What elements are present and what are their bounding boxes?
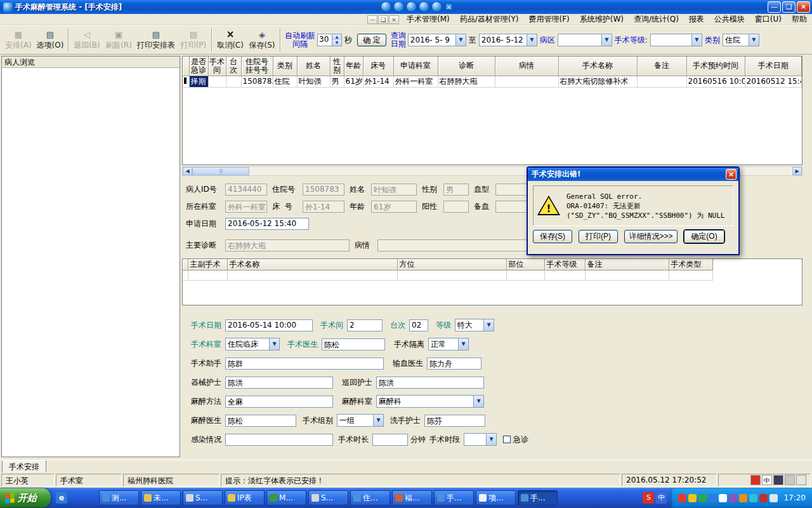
tray-icon[interactable] (719, 494, 727, 502)
anesthesia-doctor-field[interactable]: 陈松 (225, 415, 296, 427)
quick-launch-icon[interactable] (82, 492, 94, 504)
grid-column-header[interactable]: 手术名称 (558, 57, 637, 76)
tray-icon[interactable] (739, 494, 747, 502)
subgrid-column-header[interactable]: 手术等级 (544, 259, 585, 271)
menu-item[interactable]: 系统维护(W) (575, 13, 629, 25)
spin-down-icon[interactable]: ▼ (332, 40, 341, 46)
patient-tree[interactable] (2, 68, 180, 457)
chevron-down-icon[interactable] (455, 34, 466, 46)
table-no-field[interactable]: 02 (409, 319, 428, 331)
tray-icon[interactable] (678, 494, 686, 502)
grid-column-header[interactable]: 备注 (637, 57, 686, 76)
grid-cell[interactable]: 20160516 10:00 (686, 76, 745, 87)
grid-cell[interactable] (637, 76, 686, 87)
admission-no-field[interactable]: 1508783 (303, 184, 344, 196)
subgrid-column-header[interactable]: 主副手术 (188, 259, 227, 271)
grid-column-header[interactable]: 性别 (330, 57, 344, 76)
dialog-close-icon[interactable] (726, 169, 737, 180)
grid-column-header[interactable]: 手术预约时间 (686, 57, 745, 76)
grid-column-header[interactable]: 住院号挂号号 (241, 57, 273, 76)
grid-cell[interactable]: 右肺大疱切除修补术 (558, 76, 637, 87)
surgery-date-field[interactable]: 2016-05-14 10:00 (225, 319, 313, 331)
grid-row[interactable]: 择期1508783住院叶知强男61岁外1-14外科一科室右肺肺大疱右肺大疱切除修… (183, 76, 802, 87)
menu-item[interactable]: 报表 (684, 13, 709, 25)
query-date-from-combo[interactable]: 2016- 5- 9 (408, 34, 466, 46)
grid-cell[interactable]: 外1-14 (363, 76, 393, 87)
anesthesia-method-field[interactable]: 全麻 (225, 396, 333, 408)
tray-icon[interactable] (759, 494, 768, 502)
grid-cell[interactable]: 1508783 (241, 76, 273, 87)
menu-item[interactable]: 费用管理(F) (523, 13, 574, 25)
taskbar-task-button[interactable]: 项... (476, 490, 516, 505)
surgery-dept-combo[interactable]: 住院临床 (225, 338, 280, 351)
taskbar-task-button[interactable]: S... (308, 490, 348, 505)
department-field[interactable]: 外科一科室 (225, 201, 267, 213)
scroll-left-icon[interactable]: ◀ (183, 167, 192, 175)
taskbar-task-button[interactable]: M... (266, 490, 306, 505)
scroll-thumb[interactable] (192, 167, 249, 175)
patient-id-field[interactable]: 4134440 (225, 184, 267, 196)
mdi-restore-button[interactable] (378, 15, 388, 24)
tray-icon[interactable] (769, 494, 778, 502)
status-tray-icon[interactable] (796, 475, 806, 485)
status-tray-icon[interactable] (773, 475, 783, 485)
tray-icon[interactable] (749, 494, 757, 502)
grid-column-header[interactable]: 申请科室 (393, 57, 438, 76)
grid-cell[interactable]: 外科一科室 (393, 76, 438, 87)
grid-cell[interactable] (495, 76, 558, 87)
duration-field[interactable] (372, 434, 408, 446)
dialog-ok-button[interactable]: 确定(O) (684, 230, 724, 243)
grid-column-header[interactable]: 类别 (273, 57, 297, 76)
mdi-minimize-button[interactable] (367, 15, 377, 24)
isolation-combo[interactable]: 正常 (428, 338, 469, 351)
grid-cell[interactable]: 择期 (189, 76, 208, 87)
menu-item[interactable]: 手术管理(M) (402, 13, 455, 25)
name-field[interactable]: 叶知强 (371, 184, 417, 196)
surgery-room-field[interactable]: 2 (347, 319, 383, 331)
arrange-button[interactable]: ▦ 安排(A) (3, 27, 34, 53)
infection-field[interactable] (225, 434, 333, 446)
refresh-interval-spinner[interactable]: 30 ▲▼ (317, 34, 342, 46)
grid-cell[interactable] (226, 76, 241, 87)
save-button[interactable]: ◈ 保存(S) (246, 27, 278, 53)
menu-item[interactable]: 查询/统计(Q) (629, 13, 684, 25)
grid-cell[interactable]: 61岁 (344, 76, 363, 87)
widget-close-icon[interactable]: × (445, 3, 452, 10)
minimize-button[interactable] (768, 1, 781, 13)
ward-combo[interactable] (558, 34, 612, 46)
refresh-button[interactable]: ▣ 刷新(R) (103, 27, 134, 53)
subgrid-column-header[interactable]: 备注 (585, 259, 669, 271)
status-tray-icon[interactable]: 中 (762, 475, 772, 485)
menu-item[interactable]: 帮助 (787, 13, 812, 25)
status-tray-icon[interactable] (750, 475, 761, 485)
grid-column-header[interactable]: 是否急诊 (189, 57, 208, 76)
query-date-to-combo[interactable]: 2016- 5-12 (479, 34, 537, 46)
grade-combo[interactable]: 特大 (455, 319, 494, 331)
blood-reserve-field[interactable] (495, 201, 531, 213)
chevron-down-icon[interactable] (601, 34, 612, 46)
maximize-button[interactable] (782, 1, 796, 13)
close-button[interactable] (797, 1, 810, 13)
chevron-down-icon[interactable] (691, 34, 702, 46)
chevron-down-icon[interactable] (527, 34, 537, 46)
taskbar-task-button[interactable]: IP表 (225, 490, 265, 505)
surgery-level-combo[interactable] (650, 34, 702, 46)
anesthesia-dept-combo[interactable]: 麻醉科 (376, 395, 484, 408)
taskbar-task-button[interactable]: 福... (392, 490, 432, 505)
time-slot-combo[interactable] (464, 433, 497, 446)
menu-item[interactable]: 窗口(U) (750, 13, 787, 25)
positive-field[interactable] (443, 201, 469, 213)
ime-icon[interactable]: 中 (655, 492, 667, 504)
transfusion-doctor-field[interactable]: 陈力舟 (427, 358, 481, 370)
subgrid-column-header[interactable]: 部位 (506, 259, 544, 271)
grid-column-header[interactable]: 诊断 (438, 57, 495, 76)
grid-column-header[interactable]: 手术间 (208, 57, 226, 76)
status-tray-icon[interactable] (785, 475, 795, 485)
chevron-down-icon[interactable] (473, 396, 483, 407)
taskbar-task-button[interactable]: 测... (99, 490, 139, 505)
subgrid-column-header[interactable]: 手术类型 (669, 259, 713, 271)
menu-item[interactable]: 药品/器材管理(Y) (455, 13, 524, 25)
subgrid-empty-row[interactable] (183, 271, 713, 281)
subgrid-column-header[interactable]: 方位 (397, 259, 506, 271)
taskbar-task-button[interactable]: 手... (518, 490, 558, 505)
